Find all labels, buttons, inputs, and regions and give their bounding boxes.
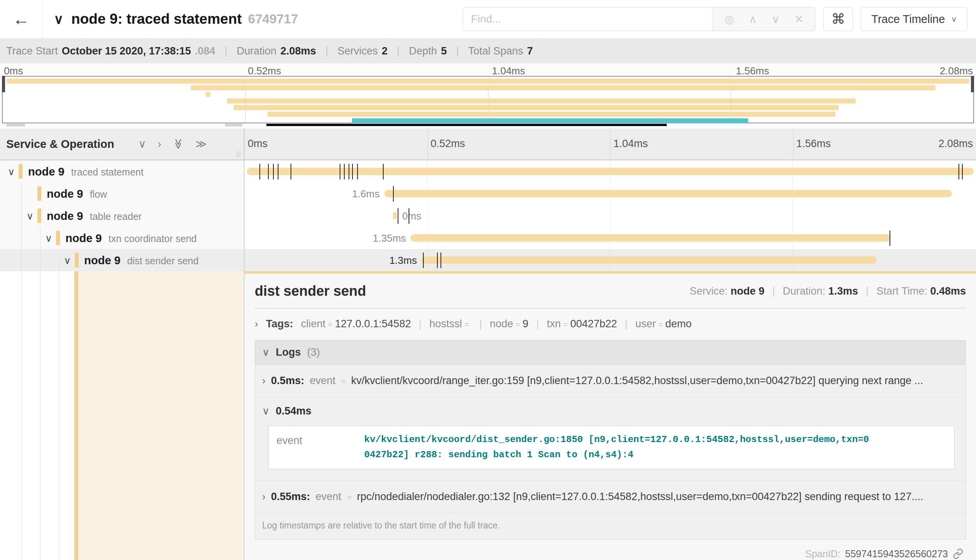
page-header: ← ∨ node 9: traced statement 6749717 ◎∧∨…	[0, 0, 976, 39]
span-row[interactable]: ∨node 9txn coordinator send1.35ms	[0, 227, 976, 249]
log-event-tick	[393, 186, 394, 202]
collapse-all-icon[interactable]: ≫	[172, 139, 185, 149]
log-field-key: event	[315, 491, 341, 503]
column-resize-grip[interactable]: ||	[236, 150, 241, 158]
span-duration-label: 1.3ms	[389, 254, 417, 266]
depth-value: 5	[441, 45, 447, 57]
span-duration-bar[interactable]	[247, 168, 974, 175]
span-collapse-chevron-icon[interactable]: ∨	[24, 210, 36, 221]
minimap-scroll-strip	[0, 123, 976, 128]
tag-item[interactable]: node=9	[490, 318, 529, 330]
minimap-ruler-label: 0ms	[4, 65, 23, 77]
span-tree-cell[interactable]: ∨node 9txn coordinator send	[0, 227, 245, 249]
span-row[interactable]: ∨node 9traced statement	[0, 160, 976, 183]
span-bar-cell[interactable]: 0ms	[245, 205, 976, 227]
log-field-value: kv/kvclient/kvcoord/dist_sender.go:1850 …	[360, 426, 878, 469]
collapse-one-icon[interactable]: ∨	[138, 138, 146, 150]
log-event-tick	[383, 164, 384, 179]
clear-search-icon[interactable]: ✕	[795, 13, 803, 26]
log-collapse-header[interactable]: ∨0.54ms	[262, 405, 958, 417]
span-duration-bar[interactable]	[421, 256, 876, 264]
back-button[interactable]: ←	[0, 0, 43, 38]
indent-guide	[59, 271, 59, 560]
log-event-tick	[268, 164, 269, 179]
log-event-tick	[344, 164, 345, 179]
tag-value: 00427b22	[570, 318, 617, 330]
span-tree-cell[interactable]: node 9flow	[0, 183, 245, 205]
span-row[interactable]: node 9flow1.6ms	[0, 183, 976, 205]
view-mode-button[interactable]: Trace Timeline ∨	[861, 7, 967, 31]
tags-expand-caret-icon[interactable]: ›	[255, 318, 258, 330]
span-collapse-chevron-icon[interactable]: ∨	[5, 166, 17, 177]
span-row[interactable]: ∨node 9table reader0ms	[0, 205, 976, 227]
start-time-meta-label: Start Time:	[876, 285, 927, 297]
back-arrow-icon: ←	[13, 9, 30, 29]
minimap-view-extent-line	[266, 124, 667, 126]
log-timestamp: 0.5ms:	[271, 375, 305, 387]
locate-match-icon[interactable]: ◎	[724, 13, 734, 26]
expand-one-icon[interactable]: ›	[158, 138, 161, 150]
service-color-chip	[37, 186, 41, 201]
minimap-scrubber-tab[interactable]	[6, 124, 25, 126]
next-match-icon[interactable]: ∨	[772, 13, 780, 26]
span-duration-bar[interactable]	[410, 234, 890, 242]
log-entry-collapsed[interactable]: ›0.55ms:event=rpc/nodedialer/nodedialer.…	[255, 481, 965, 513]
span-tree-cell[interactable]: ∨node 9traced statement	[0, 160, 245, 183]
operation-name: flow	[90, 188, 107, 200]
span-row[interactable]: ∨node 9dist sender send1.3ms	[0, 249, 976, 271]
log-collapse-chevron-icon[interactable]: ∨	[262, 405, 270, 417]
span-bar-cell[interactable]	[245, 160, 976, 183]
tag-key: node	[490, 318, 513, 330]
log-event-tick	[409, 208, 409, 224]
span-name-labels: node 9traced statement	[28, 165, 144, 178]
span-tree-cell[interactable]: ∨node 9dist sender send	[0, 249, 245, 271]
equals-sign: =	[658, 320, 663, 329]
minimap-scrubber-tab[interactable]	[225, 124, 242, 126]
span-tree-cell[interactable]: ∨node 9table reader	[0, 205, 245, 227]
indent-guide	[21, 205, 22, 227]
log-event-tick	[890, 230, 890, 246]
prev-match-icon[interactable]: ∧	[749, 13, 757, 26]
log-expand-caret-icon[interactable]: ›	[262, 375, 266, 387]
tag-item[interactable]: txn=00427b22	[547, 318, 617, 330]
find-input[interactable]	[463, 7, 712, 31]
span-bar-cell[interactable]: 1.3ms	[245, 249, 976, 271]
span-bar-cell[interactable]: 1.35ms	[245, 227, 976, 249]
minimap-scrubber-right[interactable]	[971, 76, 974, 92]
trace-collapse-chevron-icon[interactable]: ∨	[54, 11, 63, 27]
trace-start-label: Trace Start	[6, 45, 58, 57]
keyboard-shortcuts-button[interactable]: ⌘	[823, 7, 853, 31]
minimap-scrubber-left[interactable]	[2, 76, 5, 92]
log-event-tick	[357, 164, 358, 179]
span-id-value: 5597415943526560273	[845, 548, 948, 560]
minimap-span-bar	[352, 118, 748, 123]
tag-item[interactable]: client=127.0.0.1:54582	[301, 318, 411, 330]
selected-span-gutter-fill	[78, 271, 244, 560]
tag-separator: |	[419, 318, 421, 330]
log-event-tick	[278, 164, 278, 179]
expand-all-icon[interactable]: ≫	[196, 138, 206, 150]
stats-separator: |	[225, 45, 227, 57]
span-collapse-chevron-icon[interactable]: ∨	[43, 232, 55, 244]
log-event-tick	[962, 164, 963, 179]
tags-accordion[interactable]: › Tags: client=127.0.0.1:54582|hostssl=|…	[255, 318, 966, 330]
log-entry-collapsed[interactable]: ›0.5ms:event=kv/kvclient/kvcoord/range_i…	[255, 365, 965, 397]
span-collapse-chevron-icon[interactable]: ∨	[62, 255, 73, 266]
trace-start-value: October 15 2020, 17:38:15	[62, 45, 191, 57]
span-duration-bar[interactable]	[384, 190, 952, 197]
minimap-ruler-label: 0.52ms	[248, 65, 281, 77]
log-expand-caret-icon[interactable]: ›	[262, 491, 266, 503]
logs-accordion-header[interactable]: ∨ Logs (3)	[255, 341, 965, 364]
span-bar-cell[interactable]: 1.6ms	[245, 183, 976, 205]
trace-id-short: 6749717	[248, 12, 298, 26]
log-event-tick	[398, 208, 398, 224]
minimap-canvas[interactable]	[2, 76, 974, 123]
service-name: node 9	[47, 187, 83, 200]
timeline-ruler-label: 1.56ms	[796, 138, 831, 150]
span-duration-bar[interactable]	[393, 212, 396, 219]
log-event-tick	[352, 164, 353, 179]
deep-link-icon[interactable]	[953, 548, 964, 559]
tag-item[interactable]: hostssl=	[429, 318, 471, 330]
view-mode-label: Trace Timeline	[871, 13, 945, 26]
tag-item[interactable]: user=demo	[635, 318, 691, 330]
